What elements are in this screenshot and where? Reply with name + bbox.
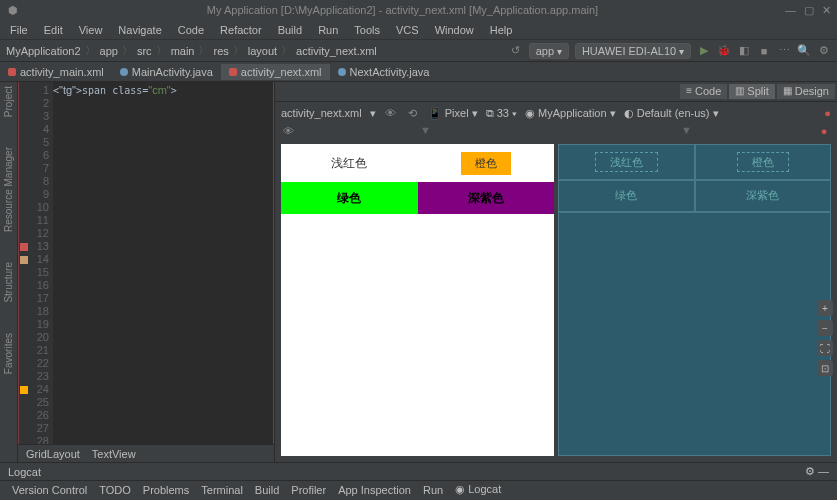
- maximize-icon[interactable]: ▢: [804, 4, 814, 17]
- bp-orange[interactable]: 橙色: [695, 144, 832, 180]
- visibility-icon[interactable]: 👁: [281, 124, 295, 138]
- debug-icon[interactable]: 🐞: [717, 44, 731, 58]
- pan-icon[interactable]: ⊡: [817, 360, 833, 376]
- cell-green[interactable]: 绿色: [281, 182, 418, 214]
- tab-split[interactable]: ▥ Split: [729, 84, 774, 99]
- tool-terminal[interactable]: Terminal: [195, 484, 249, 496]
- window-title: My Application [D:\MyApplication2] - act…: [20, 4, 785, 16]
- search-icon[interactable]: 🔍: [797, 44, 811, 58]
- design-surface[interactable]: 浅红色 橙色 绿色 深紫色: [281, 144, 554, 456]
- settings-icon[interactable]: ⚙: [817, 44, 831, 58]
- bp-purple[interactable]: 深紫色: [695, 180, 832, 211]
- title-bar: ⬢ My Application [D:\MyApplication2] - a…: [0, 0, 837, 20]
- orientation-icon[interactable]: ⟲: [406, 106, 420, 120]
- logcat-tab-bar: Logcat ⚙ —: [0, 462, 837, 480]
- menu-help[interactable]: Help: [484, 22, 519, 38]
- toolbar-right: ↺ app ▾ HUAWEI EDI-AL10 ▾ ▶ 🐞 ◧ ■ ⋯ 🔍 ⚙: [509, 43, 831, 59]
- design-mode-tabs: ≡ Code ▥ Split ▦ Design: [275, 82, 837, 102]
- bp-pink[interactable]: 浅红色: [558, 144, 695, 180]
- filter-icon[interactable]: ▼: [295, 124, 556, 138]
- zoom-in-icon[interactable]: +: [817, 300, 833, 316]
- tool-app-inspection[interactable]: App Inspection: [332, 484, 417, 496]
- more-icon[interactable]: ⋯: [777, 44, 791, 58]
- profile-icon[interactable]: ◧: [737, 44, 751, 58]
- menu-edit[interactable]: Edit: [38, 22, 69, 38]
- code-area[interactable]: <"tg">span class="cm">: [53, 82, 273, 444]
- cell-pink[interactable]: 浅红色: [281, 144, 418, 182]
- menu-vcs[interactable]: VCS: [390, 22, 425, 38]
- sidebar-project[interactable]: Project: [3, 86, 14, 117]
- menu-code[interactable]: Code: [172, 22, 210, 38]
- sync-icon[interactable]: ↺: [509, 44, 523, 58]
- breadcrumb[interactable]: MyApplication2〉app〉src〉main〉res〉layout〉a…: [6, 43, 377, 58]
- preview-theme[interactable]: ◐ Default (en-us) ▾: [624, 107, 719, 120]
- line-gutter: 1234567891011121314151617181920212223242…: [19, 82, 53, 444]
- tool-run[interactable]: Run: [417, 484, 449, 496]
- stop-icon[interactable]: ■: [757, 44, 771, 58]
- device-combo[interactable]: HUAWEI EDI-AL10 ▾: [575, 43, 691, 59]
- sidebar-favorites[interactable]: Favorites: [3, 333, 14, 374]
- preview-canvas[interactable]: 浅红色 橙色 绿色 深紫色 浅红色 橙色 绿色 深紫色 +: [275, 138, 837, 462]
- close-icon[interactable]: ✕: [822, 4, 831, 17]
- menu-build[interactable]: Build: [272, 22, 308, 38]
- preview-api[interactable]: ⧉ 33 ▾: [486, 107, 517, 120]
- menu-window[interactable]: Window: [429, 22, 480, 38]
- preview-file[interactable]: activity_next.xml: [281, 107, 362, 119]
- eye-icon[interactable]: 👁: [384, 106, 398, 120]
- menu-bar: FileEditViewNavigateCodeRefactorBuildRun…: [0, 20, 837, 40]
- tool-build[interactable]: Build: [249, 484, 285, 496]
- menu-tools[interactable]: Tools: [348, 22, 386, 38]
- cell-purple[interactable]: 深紫色: [418, 182, 555, 214]
- tab-code[interactable]: ≡ Code: [680, 84, 727, 99]
- tool-version-control[interactable]: Version Control: [6, 484, 93, 496]
- bp-green[interactable]: 绿色: [558, 180, 695, 211]
- tab-logcat[interactable]: Logcat: [8, 466, 41, 478]
- minimize-icon[interactable]: —: [785, 4, 796, 17]
- editor-breadcrumb[interactable]: GridLayoutTextView: [18, 444, 274, 462]
- tab-design[interactable]: ▦ Design: [777, 84, 835, 99]
- hide-icon[interactable]: —: [818, 465, 829, 477]
- window-controls: — ▢ ✕: [785, 4, 831, 17]
- zoom-out-icon[interactable]: −: [817, 320, 833, 336]
- tab-activity_main.xml[interactable]: activity_main.xml: [0, 64, 112, 80]
- menu-refactor[interactable]: Refactor: [214, 22, 268, 38]
- filter2-icon[interactable]: ▼: [556, 124, 817, 138]
- tool-logcat[interactable]: ◉ Logcat: [449, 483, 507, 496]
- app-icon: ⬢: [6, 3, 20, 17]
- left-sidebar: Project Resource Manager Structure Favor…: [0, 82, 18, 462]
- preview-app[interactable]: ◉ MyApplication ▾: [525, 107, 616, 120]
- menu-file[interactable]: File: [4, 22, 34, 38]
- tool-profiler[interactable]: Profiler: [285, 484, 332, 496]
- menu-navigate[interactable]: Navigate: [112, 22, 167, 38]
- error-icon[interactable]: ●: [824, 107, 831, 119]
- nav-toolbar: MyApplication2〉app〉src〉main〉res〉layout〉a…: [0, 40, 837, 62]
- tool-problems[interactable]: Problems: [137, 484, 195, 496]
- preview-toolbar: activity_next.xml▾ 👁 ⟲ 📱 Pixel ▾ ⧉ 33 ▾ …: [275, 102, 837, 124]
- run-config-combo[interactable]: app ▾: [529, 43, 569, 59]
- run-icon[interactable]: ▶: [697, 44, 711, 58]
- preview-device[interactable]: 📱 Pixel ▾: [428, 107, 478, 120]
- blueprint-surface[interactable]: 浅红色 橙色 绿色 深紫色: [558, 144, 831, 456]
- menu-view[interactable]: View: [73, 22, 109, 38]
- tab-MainActivity.java[interactable]: MainActivity.java: [112, 64, 221, 80]
- sidebar-structure[interactable]: Structure: [3, 262, 14, 303]
- code-editor: 1234567891011121314151617181920212223242…: [18, 82, 274, 462]
- zoom-fit-icon[interactable]: ⛶: [817, 340, 833, 356]
- cell-orange[interactable]: 橙色: [461, 152, 511, 175]
- tab-activity_next.xml[interactable]: activity_next.xml: [221, 64, 330, 80]
- preview-actions: + − ⛶ ⊡: [817, 300, 833, 376]
- sidebar-resource[interactable]: Resource Manager: [3, 147, 14, 232]
- editor-tabs: activity_main.xmlMainActivity.javaactivi…: [0, 62, 837, 82]
- bottom-toolbar: Version ControlTODOProblemsTerminalBuild…: [0, 480, 837, 498]
- warn-icon[interactable]: ●: [817, 124, 831, 138]
- gear-icon[interactable]: ⚙: [805, 465, 815, 477]
- menu-run[interactable]: Run: [312, 22, 344, 38]
- tab-NextActivity.java[interactable]: NextActivity.java: [330, 64, 438, 80]
- tool-todo[interactable]: TODO: [93, 484, 137, 496]
- layout-preview: ≡ Code ▥ Split ▦ Design activity_next.xm…: [274, 82, 837, 462]
